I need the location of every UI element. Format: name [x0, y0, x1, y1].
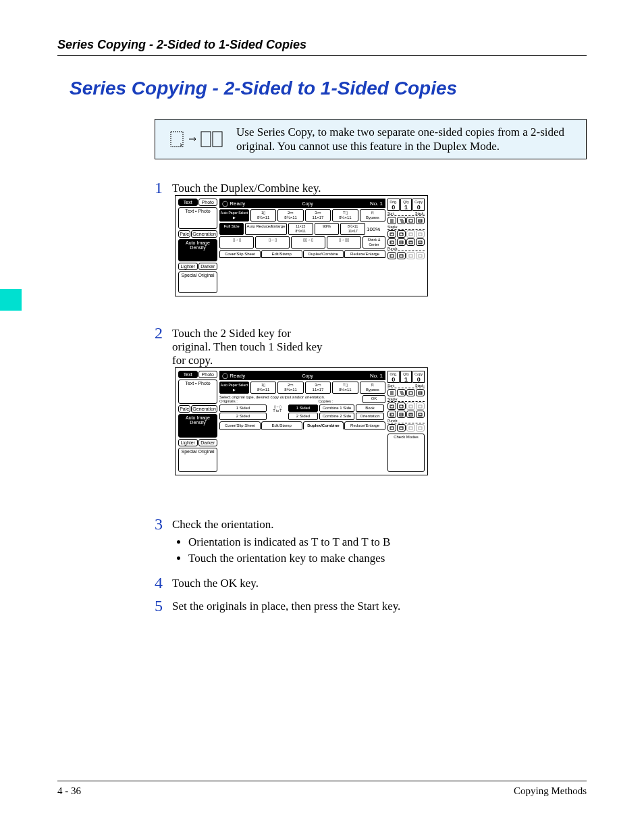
stack-icon-2 — [416, 389, 425, 396]
staple-icon-6 — [397, 411, 406, 418]
bypass-tray: ⎘Bypass — [360, 209, 385, 221]
info-text: Use Series Copy, to make two separate on… — [236, 125, 578, 154]
status-bar: ◯ Ready Copy No. 1 — [219, 371, 385, 380]
punch-icon-2 — [397, 424, 406, 432]
tab-reduce-enlarge: Reduce/Enlarge — [344, 250, 385, 258]
stack-icon-1 — [406, 217, 415, 224]
step-number: 2 — [155, 325, 171, 341]
step-4: 4 Touch the OK key. — [155, 575, 588, 591]
svg-rect-25 — [409, 405, 412, 408]
sort-icon-1 — [387, 389, 396, 396]
svg-rect-26 — [419, 405, 422, 408]
special-original: Special Original — [178, 448, 217, 472]
job-number: No. 1 — [370, 201, 383, 207]
staple-icon-3 — [406, 402, 415, 410]
stack-label: Stack: — [415, 384, 425, 388]
running-head: Series Copying - 2-Sided to 1-Sided Copi… — [57, 38, 587, 52]
auto-image-density: Auto Image Density — [178, 414, 217, 438]
mode-generation: Generation — [191, 230, 217, 238]
ratio-93: 93% — [315, 223, 340, 235]
step-number: 4 — [155, 575, 171, 591]
staple-icon-1 — [387, 230, 396, 238]
tab-reduce-enlarge: Reduce/Enlarge — [344, 421, 385, 429]
tray-3: 3▭11×17 — [305, 382, 331, 394]
copier-panel-screenshot-1: Text Photo Text • Photo Pale Generation … — [175, 195, 428, 296]
step-2: 2 Touch the 2 Sided key for original. Th… — [155, 325, 588, 475]
copy-1-sided: 1 Sided — [288, 405, 318, 412]
mode-label: Copy — [245, 201, 370, 206]
mode-text-photo: Text • Photo — [178, 380, 217, 404]
staple-icon-1 — [387, 402, 396, 410]
orig-counter: Orig.0 — [387, 371, 400, 383]
mode-generation: Generation — [191, 405, 217, 413]
auto-image-density: Auto Image Density — [178, 239, 217, 261]
svg-rect-7 — [409, 233, 412, 236]
svg-point-35 — [400, 427, 401, 427]
svg-rect-20 — [419, 255, 422, 257]
tab-edit-stamp: Edit/Stamp — [261, 421, 302, 429]
section-tab-marker — [0, 289, 22, 311]
stack-icon-2 — [416, 217, 425, 224]
staple-icon-5 — [387, 238, 396, 246]
orientation-button: Orientation — [356, 413, 384, 420]
svg-rect-2 — [213, 132, 222, 147]
orig-2-sided: 2 Sided — [219, 413, 267, 420]
tab-cover-slip: Cover/Slip Sheet — [219, 250, 261, 258]
sort-label: Sort: — [387, 211, 395, 215]
svg-point-33 — [390, 428, 391, 429]
full-size: Full Size — [219, 223, 244, 235]
originals-label: Originals : — [219, 399, 290, 403]
mode-text: Text — [178, 199, 198, 206]
lighter-button: Lighter — [178, 439, 198, 446]
tray-4: T▯8½×11 — [332, 209, 358, 221]
punch-icon-1 — [387, 424, 396, 432]
copy-2-sided: 2 Sided — [288, 413, 318, 420]
svg-point-18 — [402, 255, 402, 255]
step-5: 5 Set the originals in place, then press… — [155, 598, 588, 614]
feature-tabs: Cover/Slip Sheet Edit/Stamp Duplex/Combi… — [219, 421, 385, 429]
svg-rect-3 — [409, 219, 412, 222]
step-4-text: Touch the OK key. — [172, 577, 259, 590]
mode-pale: Pale — [178, 405, 190, 413]
sort-icon-2 — [397, 389, 406, 396]
tray-4: T▯8½×11 — [332, 382, 358, 394]
preset-ratio-2: 8½×1111×17 — [340, 223, 365, 235]
staple-icon-6 — [397, 238, 406, 246]
qty-counter: Q'ty1 — [400, 199, 412, 211]
status-bar: ◯ Ready Copy No. 1 — [219, 199, 385, 208]
bullet-1: Orientation is indicated as T to T and T… — [188, 536, 588, 549]
ready-label: ◯ Ready — [222, 373, 245, 379]
punch-icon-1 — [387, 252, 396, 259]
orientation-label: T to T — [273, 409, 282, 413]
mode-photo: Photo — [198, 371, 218, 378]
svg-rect-19 — [409, 255, 412, 257]
staple-label: Staple: — [387, 225, 398, 229]
bullet-2: Touch the orientation key to make change… — [188, 552, 588, 565]
bypass-tray: ⎘Bypass — [360, 382, 385, 394]
dup-opt-2: ▯→▯ — [255, 236, 290, 249]
section-name: Copying Methods — [514, 785, 587, 797]
punch-icon-3 — [406, 424, 415, 432]
sort-icon-1 — [387, 217, 396, 224]
staple-icon-4 — [416, 230, 425, 238]
tab-duplex-combine: Duplex/Combine — [303, 250, 344, 258]
check-modes-button: Check Modes — [387, 434, 425, 472]
svg-rect-8 — [419, 233, 422, 236]
svg-rect-21 — [409, 392, 412, 394]
darker-button: Darker — [198, 439, 218, 446]
punch-icon-3 — [406, 252, 415, 259]
mode-photo: Photo — [198, 199, 218, 206]
stack-icon-1 — [406, 389, 415, 396]
page-footer: 4 - 36 Copying Methods — [57, 781, 587, 797]
combine-1-side: Combine 1 Side — [319, 405, 354, 412]
ready-label: ◯ Ready — [222, 201, 245, 207]
lighter-button: Lighter — [178, 263, 198, 270]
tray-3: 3▭11×17 — [305, 209, 331, 221]
staple-icon-3 — [406, 230, 415, 238]
preset-ratio-1: 11×158½×11 — [288, 223, 313, 235]
zoom-value: 100% — [367, 226, 385, 232]
staple-icon-4 — [416, 402, 425, 410]
staple-icon-2 — [397, 230, 406, 238]
mode-label: Copy — [245, 373, 370, 378]
book-button: Book — [356, 405, 384, 412]
